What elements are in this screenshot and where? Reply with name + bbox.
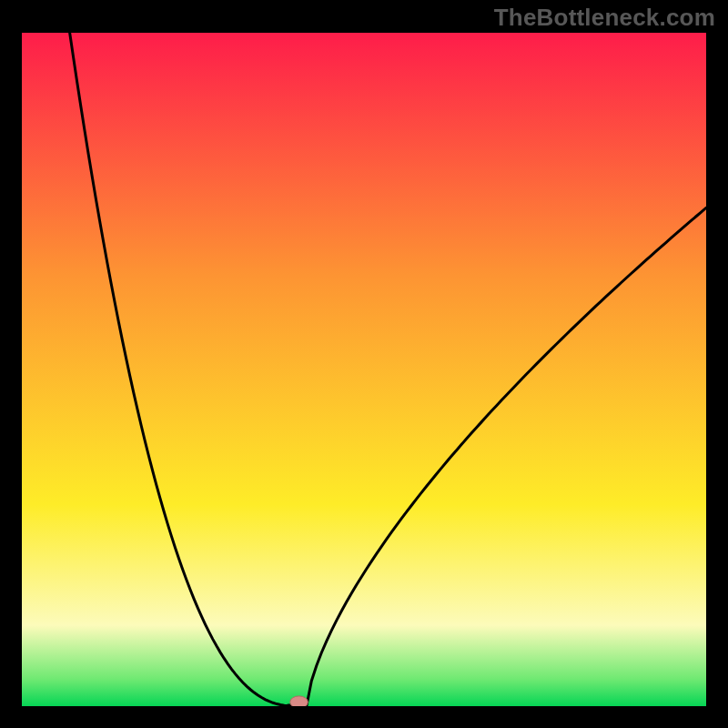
watermark-text: TheBottleneck.com xyxy=(494,4,715,32)
minimum-marker xyxy=(290,696,308,706)
chart-frame: TheBottleneck.com xyxy=(0,0,728,728)
chart-background-gradient xyxy=(22,33,706,706)
chart-svg xyxy=(22,33,706,706)
chart-plot-area xyxy=(22,33,706,706)
